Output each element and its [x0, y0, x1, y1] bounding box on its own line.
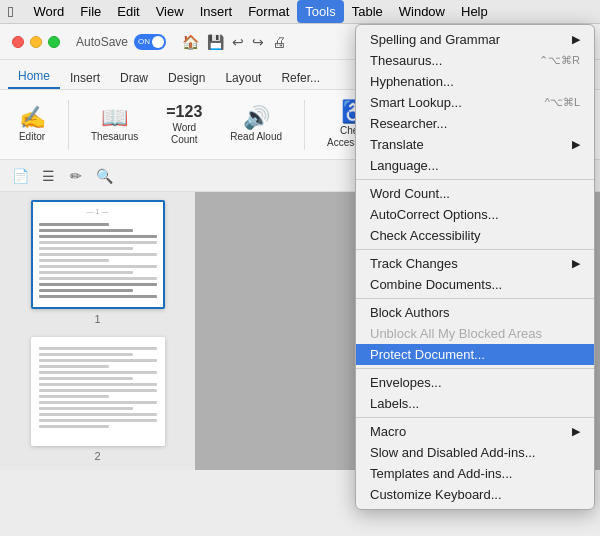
separator-4 — [356, 368, 594, 369]
title-bar-icons: 🏠 💾 ↩ ↪ 🖨 — [182, 34, 286, 50]
smart-lookup-shortcut: ^⌥⌘L — [545, 96, 580, 109]
page-lines-2 — [39, 347, 157, 428]
page-number-2: 2 — [31, 450, 165, 462]
menu-help[interactable]: Help — [453, 0, 496, 23]
menu-templates[interactable]: Templates and Add-ins... — [356, 463, 594, 484]
tab-draw[interactable]: Draw — [110, 67, 158, 89]
menu-autocorrect[interactable]: AutoCorrect Options... — [356, 204, 594, 225]
menu-envelopes[interactable]: Envelopes... — [356, 372, 594, 393]
menu-customize-keyboard[interactable]: Customize Keyboard... — [356, 484, 594, 505]
read-aloud-button[interactable]: 🔊 Read Aloud — [224, 103, 288, 147]
tab-home[interactable]: Home — [8, 65, 60, 89]
autosave-label: AutoSave — [76, 35, 128, 49]
page-line — [39, 377, 133, 380]
translate-arrow-icon: ▶ — [572, 138, 580, 151]
menu-file[interactable]: File — [72, 0, 109, 23]
page-line — [39, 401, 157, 404]
tab-layout[interactable]: Layout — [215, 67, 271, 89]
redo-icon[interactable]: ↪ — [252, 34, 264, 50]
menu-word-count[interactable]: Word Count... — [356, 183, 594, 204]
page-thumbnail-1[interactable]: — 1 — — [31, 200, 165, 325]
page-line — [39, 247, 133, 250]
editor-icon: ✍ — [19, 107, 46, 129]
page-line — [39, 223, 110, 226]
menu-labels[interactable]: Labels... — [356, 393, 594, 414]
menu-word[interactable]: Word — [25, 0, 72, 23]
panel-pages-icon[interactable]: 📄 — [8, 164, 32, 188]
panel-list-icon[interactable]: ☰ — [36, 164, 60, 188]
menu-researcher[interactable]: Researcher... — [356, 113, 594, 134]
menu-hyphenation[interactable]: Hyphenation... — [356, 71, 594, 92]
close-button[interactable] — [12, 36, 24, 48]
print-icon[interactable]: 🖨 — [272, 34, 286, 50]
page-line — [39, 353, 133, 356]
page-thumb-1[interactable]: — 1 — — [31, 200, 165, 309]
menu-thesaurus[interactable]: Thesaurus... ⌃⌥⌘R — [356, 50, 594, 71]
panel-search-icon[interactable]: 🔍 — [92, 164, 116, 188]
track-changes-arrow-icon: ▶ — [572, 257, 580, 270]
word-count-icon: =123 — [166, 104, 202, 120]
word-count-button[interactable]: =123 WordCount — [160, 100, 208, 150]
minimize-button[interactable] — [30, 36, 42, 48]
menu-translate[interactable]: Translate ▶ — [356, 134, 594, 155]
menu-combine-documents[interactable]: Combine Documents... — [356, 274, 594, 295]
menu-format[interactable]: Format — [240, 0, 297, 23]
page-line — [39, 241, 157, 244]
panel-edit-icon[interactable]: ✏ — [64, 164, 88, 188]
macro-arrow-icon: ▶ — [572, 425, 580, 438]
thesaurus-button[interactable]: 📖 Thesaurus — [85, 103, 144, 147]
page-line — [39, 283, 157, 286]
save-icon[interactable]: 💾 — [207, 34, 224, 50]
tab-references[interactable]: Refer... — [271, 67, 330, 89]
tools-dropdown-menu: Spelling and Grammar ▶ Thesaurus... ⌃⌥⌘R… — [355, 24, 595, 510]
page-thumbnail-2[interactable]: 2 — [31, 337, 165, 462]
home-icon[interactable]: 🏠 — [182, 34, 199, 50]
page-line — [39, 235, 157, 238]
menu-window[interactable]: Window — [391, 0, 453, 23]
page-lines-1 — [39, 223, 157, 298]
menu-table[interactable]: Table — [344, 0, 391, 23]
page-line — [39, 277, 157, 280]
menu-block-authors[interactable]: Block Authors — [356, 302, 594, 323]
page-line — [39, 253, 157, 256]
menu-spelling-grammar[interactable]: Spelling and Grammar ▶ — [356, 29, 594, 50]
page-line — [39, 229, 133, 232]
thesaurus-shortcut: ⌃⌥⌘R — [539, 54, 580, 67]
ribbon-sep-2 — [304, 100, 305, 150]
menu-protect-document[interactable]: Protect Document... — [356, 344, 594, 365]
autosave-toggle[interactable]: ON — [134, 34, 166, 50]
page-thumb-2[interactable] — [31, 337, 165, 446]
menu-check-accessibility[interactable]: Check Accessibility — [356, 225, 594, 246]
menu-edit[interactable]: Edit — [109, 0, 147, 23]
menu-tools[interactable]: Tools — [297, 0, 343, 23]
menu-macro[interactable]: Macro ▶ — [356, 421, 594, 442]
autosave-area: AutoSave ON — [76, 34, 166, 50]
menu-insert[interactable]: Insert — [192, 0, 241, 23]
separator-2 — [356, 249, 594, 250]
tab-design[interactable]: Design — [158, 67, 215, 89]
ribbon-sep-1 — [68, 100, 69, 150]
menu-view[interactable]: View — [148, 0, 192, 23]
menu-track-changes[interactable]: Track Changes ▶ — [356, 253, 594, 274]
fullscreen-button[interactable] — [48, 36, 60, 48]
page-line — [39, 413, 157, 416]
apple-menu[interactable]:  — [8, 3, 13, 20]
menu-language[interactable]: Language... — [356, 155, 594, 176]
undo-icon[interactable]: ↩ — [232, 34, 244, 50]
page-line — [39, 289, 133, 292]
page-line — [39, 295, 157, 298]
tab-insert[interactable]: Insert — [60, 67, 110, 89]
page-line — [39, 389, 157, 392]
menu-slow-addins[interactable]: Slow and Disabled Add-ins... — [356, 442, 594, 463]
editor-button[interactable]: ✍ Editor — [12, 103, 52, 147]
thesaurus-icon: 📖 — [101, 107, 128, 129]
page-line — [39, 419, 157, 422]
page-line — [39, 347, 157, 350]
page-line — [39, 259, 110, 262]
menu-smart-lookup[interactable]: Smart Lookup... ^⌥⌘L — [356, 92, 594, 113]
menu-unblock-all: Unblock All My Blocked Areas — [356, 323, 594, 344]
page-line — [39, 365, 110, 368]
separator-1 — [356, 179, 594, 180]
page-line — [39, 395, 110, 398]
page-line — [39, 271, 133, 274]
